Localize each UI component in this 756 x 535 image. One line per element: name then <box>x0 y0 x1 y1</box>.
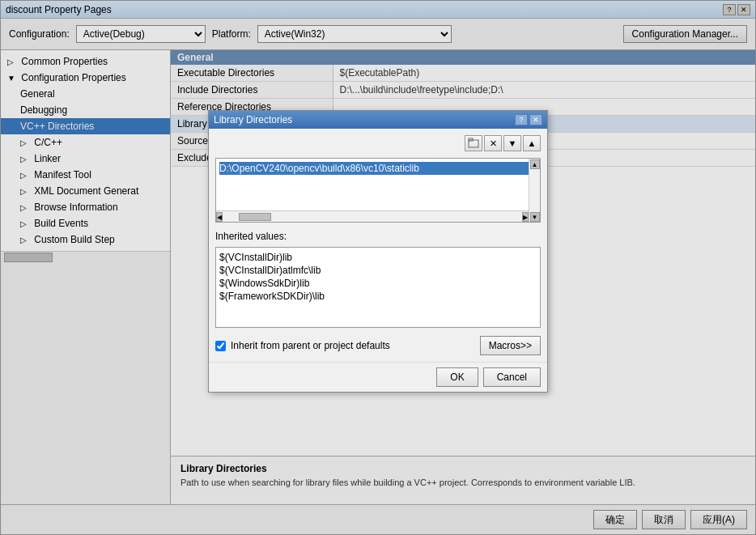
arrow-icon: ▷ <box>7 57 19 66</box>
new-folder-icon <box>468 138 479 149</box>
modal-cancel-button[interactable]: Cancel <box>483 367 541 387</box>
prop-name-executable: Executable Directories <box>171 65 333 82</box>
inherited-label: Inherited values: <box>215 231 541 242</box>
prop-value-executable: $(ExecutablePath) <box>333 65 755 82</box>
library-directories-dialog: Library Directories ? ✕ ✕ <box>208 110 548 393</box>
bottom-buttons: 确定 取消 应用(A) <box>1 504 755 534</box>
move-up-button[interactable]: ▲ <box>523 135 541 151</box>
modal-footer: OK Cancel <box>209 362 547 392</box>
modal-toolbar: ✕ ▼ ▲ <box>215 135 541 151</box>
sidebar-item-custom-build[interactable]: ▷ Custom Build Step <box>1 231 170 248</box>
delete-button[interactable]: ✕ <box>484 135 502 151</box>
arrow-icon: ▷ <box>20 219 32 228</box>
title-bar: discount Property Pages ? ✕ <box>1 1 755 19</box>
sidebar-item-vc-directories[interactable]: VC++ Directories <box>1 118 170 134</box>
listbox-scrollbar[interactable]: ▲ ▼ <box>529 159 540 222</box>
sidebar: ▷ Common Properties ▼ Configuration Prop… <box>1 50 171 251</box>
scroll-down-btn[interactable]: ▼ <box>530 212 540 222</box>
svg-rect-1 <box>469 138 473 141</box>
inherited-values-box: $(VCInstallDir)lib $(VCInstallDir)atlmfc… <box>215 247 541 328</box>
modal-ok-button[interactable]: OK <box>436 367 478 387</box>
modal-title-controls: ? ✕ <box>515 114 542 125</box>
inherited-item: $(VCInstallDir)lib <box>219 251 537 264</box>
description-area: Library Directories Path to use when sea… <box>171 456 755 504</box>
table-row[interactable]: Executable Directories $(ExecutablePath) <box>171 65 755 82</box>
h-scroll-right-btn[interactable]: ▶ <box>522 212 529 222</box>
title-controls: ? ✕ <box>723 4 750 15</box>
arrow-icon: ▼ <box>7 74 19 83</box>
main-window: discount Property Pages ? ✕ Configuratio… <box>0 0 756 535</box>
scroll-up-btn[interactable]: ▲ <box>530 159 540 169</box>
arrow-icon: ▷ <box>20 171 32 180</box>
sidebar-item-xml-document[interactable]: ▷ XML Document Generat <box>1 183 170 199</box>
config-label: Configuration: <box>9 28 70 40</box>
config-select[interactable]: Active(Debug) <box>76 25 206 43</box>
sidebar-panel: ▷ Common Properties ▼ Configuration Prop… <box>1 50 171 504</box>
sidebar-item-general[interactable]: General <box>1 86 170 102</box>
modal-title-bar: Library Directories ? ✕ <box>209 111 547 129</box>
h-scrollbar[interactable]: ◀ ▶ <box>216 210 529 222</box>
config-manager-button[interactable]: Configuration Manager... <box>623 25 747 43</box>
sidebar-item-browse-info[interactable]: ▷ Browse Information <box>1 199 170 215</box>
prop-value-include: D:\...\build\include\freetype\include;D:… <box>333 82 755 99</box>
move-down-button[interactable]: ▼ <box>503 135 521 151</box>
sidebar-item-manifest-tool[interactable]: ▷ Manifest Tool <box>1 167 170 183</box>
config-row: Configuration: Active(Debug) Platform: A… <box>1 19 755 49</box>
window-title: discount Property Pages <box>6 4 112 15</box>
inherited-item: $(FrameworkSDKDir)\lib <box>219 290 537 303</box>
help-button[interactable]: ? <box>723 4 736 15</box>
apply-button[interactable]: 应用(A) <box>690 510 747 529</box>
inherited-item: $(WindowsSdkDir)lib <box>219 277 537 290</box>
listbox-inner: D:\OpenCV240\opencv\build\x86\vc10\stati… <box>219 162 537 175</box>
close-button[interactable]: ✕ <box>737 4 750 15</box>
platform-label: Platform: <box>212 28 251 40</box>
arrow-icon: ▷ <box>20 236 32 244</box>
inherit-label: Inherit from parent or project defaults <box>231 340 390 351</box>
sidebar-item-linker[interactable]: ▷ Linker <box>1 151 170 167</box>
arrow-icon: ▷ <box>20 187 32 196</box>
inherit-checkbox-row: Inherit from parent or project defaults … <box>215 336 541 355</box>
section-header: General <box>171 50 755 65</box>
platform-select[interactable]: Active(Win32) <box>257 25 452 43</box>
inherited-item: $(VCInstallDir)atlmfc\lib <box>219 264 537 277</box>
modal-body: ✕ ▼ ▲ D:\OpenCV240\opencv\build\x86\vc10… <box>209 129 547 362</box>
arrow-icon: ▷ <box>20 138 32 147</box>
arrow-icon: ▷ <box>20 203 32 212</box>
desc-title: Library Directories <box>181 463 745 474</box>
new-folder-button[interactable] <box>465 135 482 151</box>
sidebar-item-configuration-properties[interactable]: ▼ Configuration Properties <box>1 70 170 86</box>
h-scroll-left-btn[interactable]: ◀ <box>216 212 223 222</box>
macros-button[interactable]: Macros>> <box>480 336 541 355</box>
desc-text: Path to use when searching for library f… <box>181 478 745 487</box>
table-row[interactable]: Include Directories D:\...\build\include… <box>171 82 755 99</box>
sidebar-item-cpp[interactable]: ▷ C/C++ <box>1 134 170 151</box>
prop-name-include: Include Directories <box>171 82 333 99</box>
listbox-content: D:\OpenCV240\opencv\build\x86\vc10\stati… <box>219 162 537 175</box>
ok-button[interactable]: 确定 <box>593 510 637 529</box>
modal-title: Library Directories <box>214 114 292 125</box>
sidebar-scrollbar[interactable] <box>1 251 170 262</box>
sidebar-item-common-properties[interactable]: ▷ Common Properties <box>1 53 170 70</box>
sidebar-item-debugging[interactable]: Debugging <box>1 102 170 118</box>
h-scroll-track <box>223 212 522 222</box>
directories-listbox[interactable]: D:\OpenCV240\opencv\build\x86\vc10\stati… <box>215 158 541 223</box>
h-scroll-thumb[interactable] <box>239 213 271 221</box>
sidebar-scrollbar-thumb[interactable] <box>4 253 53 262</box>
sidebar-item-build-events[interactable]: ▷ Build Events <box>1 215 170 231</box>
modal-close-button[interactable]: ✕ <box>529 114 542 125</box>
cancel-button[interactable]: 取消 <box>642 510 686 529</box>
modal-help-button[interactable]: ? <box>515 114 528 125</box>
inherit-checkbox[interactable] <box>215 341 226 351</box>
arrow-icon: ▷ <box>20 155 32 163</box>
list-item[interactable]: D:\OpenCV240\opencv\build\x86\vc10\stati… <box>219 162 537 175</box>
